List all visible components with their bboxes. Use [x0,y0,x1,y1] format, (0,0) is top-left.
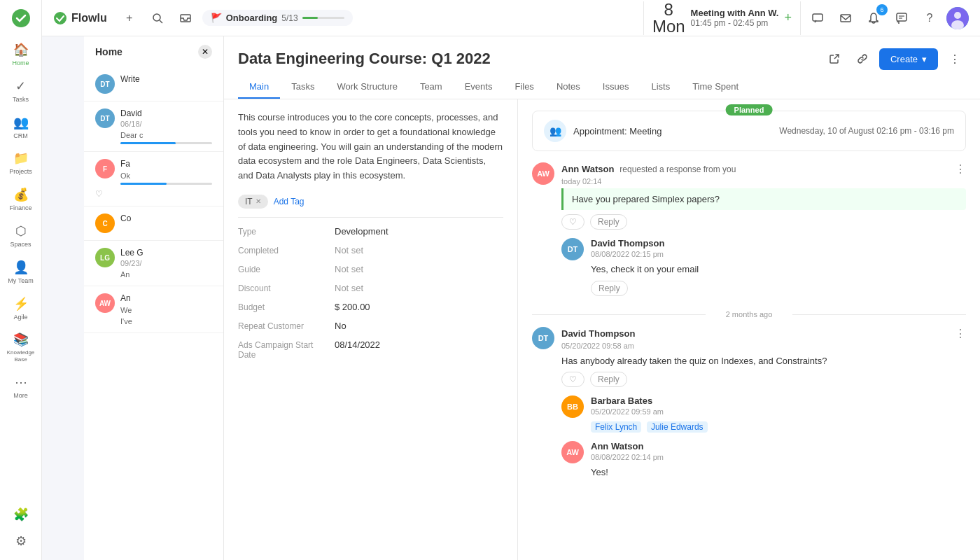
description-text: This course introduces you to the core c… [238,111,503,183]
inbox-button[interactable] [174,7,197,29]
list-item[interactable]: C Co [84,206,223,241]
sidebar-item-spaces[interactable]: ⬡ Spaces [0,218,41,254]
reply-author: David Thompson [591,238,664,248]
sidebar-item-crm[interactable]: 👥 CRM [0,109,41,146]
sidebar-item-settings[interactable]: ⚙ [10,528,31,554]
tab-notes[interactable]: Notes [545,76,592,99]
tab-events[interactable]: Events [454,76,504,99]
meeting-add-button[interactable]: + [784,10,792,25]
like-button[interactable]: ♡ [95,189,212,199]
notification-badge: 6 [876,4,888,15]
sidebar-item-myteam[interactable]: 👤 My Team [0,254,41,290]
sidebar-item-integrations[interactable]: 🧩 [10,501,31,528]
like-button-2[interactable]: ♡ [561,372,584,387]
detail-body: This course introduces you to the core c… [224,99,980,560]
tab-files[interactable]: Files [503,76,545,99]
avatar: AW [561,441,584,463]
comment-header: Ann Watson requested a response from you… [561,162,966,176]
time-divider: 2 months ago [532,310,966,318]
reply-author-2: Barbara Bates [591,396,652,406]
more-options-button[interactable]: ⋮ [944,48,966,70]
add-tag-button[interactable]: Add Tag [274,197,304,206]
like-button[interactable]: ♡ [561,214,584,230]
list-item[interactable]: AW An We I've [84,286,223,333]
messages-icon [811,12,824,24]
sidebar-item-finance[interactable]: 💰 Finance [0,181,41,218]
create-button[interactable]: Create ▾ [879,48,938,70]
list-item[interactable]: F Fa Ok ♡ [84,152,223,206]
chat-button[interactable] [890,7,913,29]
svg-point-0 [12,9,30,27]
home-sidebar-header: Home ✕ [84,36,223,67]
help-button[interactable]: ? [918,7,941,29]
item-name: Co [120,214,131,223]
tag-remove-button[interactable]: ✕ [255,197,261,205]
list-item[interactable]: DT David 06/18/ Dear c [84,102,223,152]
sidebar-item-agile[interactable]: ⚡ Agile [0,290,41,327]
avatar: DT [95,108,115,128]
sidebar-item-knowledge[interactable]: 📚 Knowledge Base [0,326,41,368]
avatar: DT [95,74,115,94]
meeting-info: Meeting with Ann W. 01:45 pm - 02:45 pm [691,8,779,28]
svg-rect-5 [813,14,822,21]
user-avatar[interactable] [946,7,969,29]
sidebar-item-home[interactable]: 🏠 Home [0,36,41,73]
sidebar-item-projects[interactable]: 📁 Projects [0,145,41,181]
add-button[interactable]: + [118,7,141,29]
comment-more-button[interactable]: ⋮ [955,162,966,176]
external-link-button[interactable] [823,48,846,70]
fields-section: Type Development Completed Not set Guide… [238,217,503,360]
tags-row: IT ✕ Add Tag [238,195,503,209]
onboarding-pill[interactable]: 🚩 Onboarding 5/13 [202,10,353,26]
notifications-button[interactable]: 6 [862,7,885,29]
more-icon: ⋯ [15,374,27,390]
tab-tasks[interactable]: Tasks [280,76,326,99]
reply-button-2[interactable]: Reply [590,372,627,387]
meeting-day: 8 Mon [652,1,685,35]
sidebar-item-more[interactable]: ⋯ More [0,369,41,405]
list-item[interactable]: LG Lee G 09/23/ An [84,241,223,286]
detail-left-panel: This course introduces you to the core c… [224,99,518,560]
search-button[interactable] [146,7,169,29]
item-name: An [120,293,132,303]
tabs: Main Tasks Work Structure Team Events Fi… [238,76,966,99]
appointment-title: Appointment: Meeting [573,126,662,136]
email-button[interactable] [834,7,857,29]
svg-rect-7 [897,13,906,21]
heart-icon-2: ♡ [569,374,577,384]
inbox-icon [179,12,192,24]
chat-icon [895,12,908,24]
item-preview: We [120,306,132,314]
reply-body: David Thompson 08/08/2022 02:15 pm Yes, … [591,238,966,296]
avatar: AW [532,162,554,185]
link-button[interactable] [851,48,874,70]
tab-main[interactable]: Main [238,76,280,99]
comment-time-2: 05/20/2022 09:58 am [561,342,966,350]
avatar: DT [532,327,554,349]
crm-icon: 👥 [13,115,29,130]
list-item[interactable]: DT Write [84,67,223,102]
detail-right-panel: Planned 👥 Appointment: Meeting Wednesday… [518,99,980,560]
tab-issues[interactable]: Issues [592,76,640,99]
comment-actions: ♡ Reply [561,214,966,230]
svg-point-1 [54,12,66,24]
knowledge-icon: 📚 [13,332,29,347]
reply-button[interactable]: Reply [590,214,627,230]
tab-team[interactable]: Team [409,76,454,99]
myteam-icon: 👤 [13,260,29,275]
tab-work-structure[interactable]: Work Structure [326,76,408,99]
tab-time-spent[interactable]: Time Spent [681,76,750,99]
sidebar-close-button[interactable]: ✕ [198,45,212,59]
tab-lists[interactable]: Lists [640,76,681,99]
appointment-card: Planned 👥 Appointment: Meeting Wednesday… [532,111,966,151]
link-icon [857,53,868,64]
reply-body-2: Barbara Bates 05/20/2022 09:59 am Felix … [591,396,966,434]
comment-more-button-2[interactable]: ⋮ [955,327,966,340]
planned-badge: Planned [726,104,773,115]
user-avatar-img [946,7,969,29]
svg-rect-6 [841,15,850,22]
messages-button[interactable] [806,7,829,29]
reply-reply-button[interactable]: Reply [591,281,628,296]
sidebar-item-tasks[interactable]: ✓ Tasks [0,73,41,109]
logo-icon [53,11,67,25]
